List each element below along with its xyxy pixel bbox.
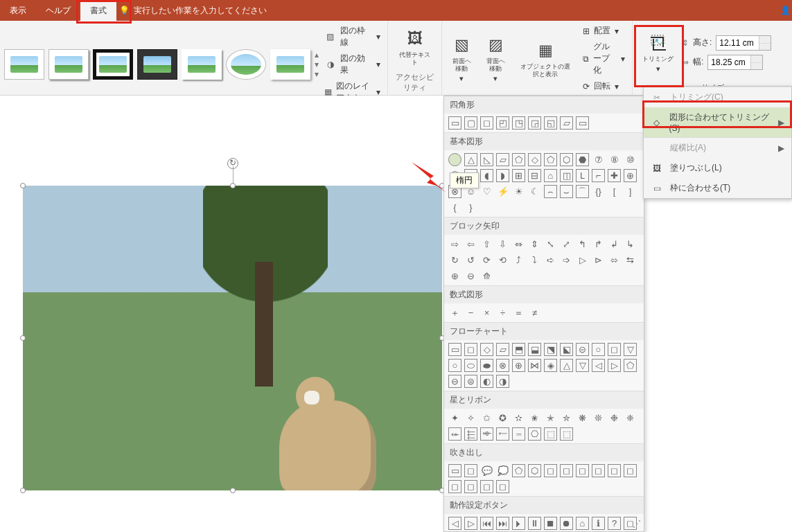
shape-callout[interactable]: ◻: [448, 480, 461, 493]
shape-star[interactable]: ✪: [496, 411, 509, 425]
shape-flow[interactable]: ▭: [448, 343, 461, 356]
align-button[interactable]: ⊞配置▾: [580, 24, 628, 38]
shape-flow[interactable]: ▽: [576, 359, 589, 372]
shape-minus[interactable]: −: [464, 306, 477, 319]
shape-arrow[interactable]: ⬄: [608, 254, 621, 267]
shape-flow[interactable]: ⊖: [448, 375, 461, 388]
picture-border-button[interactable]: ▨図の枠線▾: [322, 24, 383, 50]
shape-star[interactable]: ✧: [464, 411, 477, 425]
shape-triangle[interactable]: △: [464, 153, 477, 166]
shape-rect[interactable]: ◻: [480, 116, 493, 130]
shape-circle-8[interactable]: ⑧: [608, 153, 621, 166]
shape-arrow[interactable]: ⤢: [560, 238, 573, 251]
shape-star[interactable]: ❈: [624, 411, 637, 425]
shape-flow[interactable]: ○: [592, 343, 605, 356]
shape-flow[interactable]: ▱: [496, 343, 509, 356]
shape-callout[interactable]: ◻: [560, 464, 573, 477]
shape-rect[interactable]: ◳: [512, 116, 525, 130]
shape-lightning[interactable]: ⚡: [496, 185, 509, 198]
shape-flow[interactable]: ◈: [544, 359, 557, 372]
shape-arrow[interactable]: ↺: [464, 254, 477, 267]
shape-callout[interactable]: ⬡: [528, 464, 541, 477]
shape-action[interactable]: ▷: [464, 517, 477, 530]
shape-flow[interactable]: ◐: [480, 375, 493, 388]
picture-style-6[interactable]: [226, 49, 266, 80]
shape-arrow[interactable]: ↳: [624, 238, 637, 251]
shape-flow[interactable]: ⊝: [576, 343, 589, 356]
shape-flow[interactable]: ⋈: [528, 359, 541, 372]
picture-style-1[interactable]: [4, 49, 44, 80]
shape-arrow[interactable]: ➪: [544, 254, 557, 267]
shape-basic[interactable]: ◖: [480, 169, 493, 182]
picture-style-4[interactable]: [137, 49, 177, 80]
shape-flow[interactable]: ▷: [608, 359, 621, 372]
shape-basic[interactable]: L: [576, 169, 589, 182]
resize-handle-nw[interactable]: [20, 183, 26, 188]
shape-star[interactable]: ✦: [448, 411, 461, 425]
shape-ribbon[interactable]: ⎔: [528, 427, 541, 441]
shape-plus[interactable]: ＋: [448, 306, 461, 319]
shape-arrow[interactable]: ⤡: [544, 238, 557, 251]
shape-pentagon[interactable]: ⬠: [544, 153, 557, 166]
shape-action[interactable]: ⏭: [496, 517, 509, 530]
shape-callout[interactable]: ▭: [448, 464, 461, 477]
shape-sun[interactable]: ☀: [512, 185, 525, 198]
shape-flow[interactable]: ⬔: [544, 343, 557, 356]
shape-arrow[interactable]: ⟰: [480, 269, 493, 283]
shape-ribbon[interactable]: ⬚: [560, 427, 573, 441]
shape-arrow[interactable]: ↲: [608, 238, 621, 251]
shape-star[interactable]: ❉: [608, 411, 621, 425]
shape-bracket[interactable]: ]: [624, 185, 637, 198]
selected-picture[interactable]: [23, 186, 442, 490]
shape-basic[interactable]: ◫: [560, 169, 573, 182]
shape-flow[interactable]: ◻: [608, 343, 621, 356]
shape-rect[interactable]: ▭: [576, 116, 589, 130]
shape-callout[interactable]: 💬: [480, 464, 493, 477]
shape-callout[interactable]: 💭: [496, 464, 509, 477]
group-button[interactable]: ⧉グループ化▾: [580, 39, 628, 78]
shape-ribbon[interactable]: ⎓: [512, 427, 525, 441]
shape-flow[interactable]: ⊜: [464, 375, 477, 388]
picture-style-2[interactable]: [49, 49, 89, 80]
shape-circle-7[interactable]: ⑦: [592, 153, 605, 166]
shape-arrow[interactable]: ⇧: [480, 238, 493, 251]
shape-arrow[interactable]: ⟳: [480, 254, 493, 267]
shape-hexagon[interactable]: ⬡: [560, 153, 573, 166]
shape-arrow[interactable]: ⇨: [448, 238, 461, 251]
alt-text-button[interactable]: 🖼 代替テキスト: [392, 26, 437, 68]
shape-arrow[interactable]: ↰: [576, 238, 589, 251]
shape-action[interactable]: ⏹: [544, 517, 557, 530]
shape-basic[interactable]: ⌂: [544, 169, 557, 182]
shape-callout[interactable]: ◻: [480, 480, 493, 493]
shape-divide[interactable]: ÷: [496, 306, 509, 319]
shape-brace[interactable]: {: [448, 201, 461, 214]
shape-right-triangle[interactable]: ◺: [480, 153, 493, 166]
picture-effects-button[interactable]: ◑図の効果▾: [322, 51, 383, 78]
shape-flow[interactable]: ○: [448, 359, 461, 372]
shape-brace[interactable]: }: [464, 201, 477, 214]
shape-star[interactable]: ✮: [560, 411, 573, 425]
shape-flow[interactable]: △: [560, 359, 573, 372]
shape-basic[interactable]: ⌣: [560, 185, 573, 198]
shape-arrow[interactable]: ⊖: [464, 269, 477, 283]
shape-flow[interactable]: ⊗: [496, 359, 509, 372]
shape-basic[interactable]: ⌢: [544, 185, 557, 198]
shape-flow[interactable]: ⬭: [464, 359, 477, 372]
shape-arrow[interactable]: ⇕: [528, 238, 541, 251]
shape-ribbon[interactable]: ⬚: [544, 427, 557, 441]
shape-basic[interactable]: ✚: [608, 169, 621, 182]
bring-forward-button[interactable]: ▧ 前面へ移動▾: [446, 33, 477, 85]
shape-star[interactable]: ✬: [528, 411, 541, 425]
shape-arrow[interactable]: ⤴: [512, 254, 525, 267]
shape-basic[interactable]: ⊞: [512, 169, 525, 182]
shape-action[interactable]: ⏺: [560, 517, 573, 530]
shape-basic[interactable]: ⌒: [576, 185, 589, 198]
shape-basic[interactable]: ⊟: [528, 169, 541, 182]
shape-callout[interactable]: ◻: [496, 480, 509, 493]
picture-style-3[interactable]: [93, 49, 133, 80]
shape-star[interactable]: ✫: [512, 411, 525, 425]
width-input[interactable]: 18.25 cm: [707, 55, 763, 70]
shape-star[interactable]: ❋: [576, 411, 589, 425]
shape-parallelogram[interactable]: ▱: [496, 153, 509, 166]
shape-basic[interactable]: ◗: [496, 169, 509, 182]
